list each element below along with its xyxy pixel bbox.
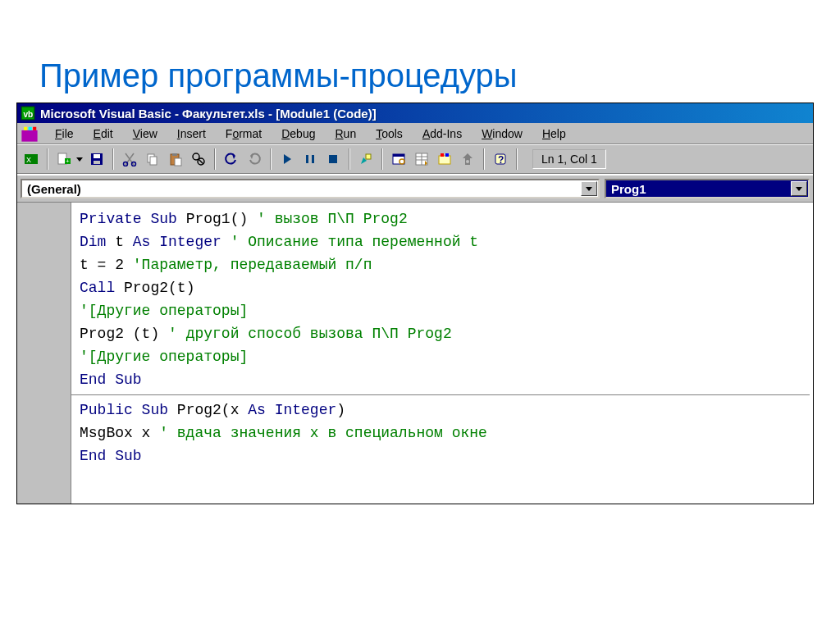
toolbar-separator [112,148,114,170]
redo-button[interactable] [244,148,265,170]
toolbar-separator [349,148,350,170]
svg-rect-36 [441,153,444,157]
code-token: '[Другие операторы] [80,349,248,365]
menubar: File Edit View Insert Format Debug Run T… [17,123,813,144]
design-mode-button[interactable] [355,148,377,170]
code-token: Call [80,280,115,296]
undo-button[interactable] [221,148,242,170]
code-token: ' вызов П\П Prog2 [257,211,408,227]
object-combo[interactable]: (General) [21,179,600,198]
code-token: ' другой способ вызова П\П Prog2 [168,326,452,342]
object-combo-caret[interactable] [581,181,597,196]
code-token: 'Параметр, передаваемый п/п [133,257,372,273]
code-token: Private Sub [80,211,177,227]
code-token: ' вдача значения x в специальном окне [159,425,487,441]
code-token: t [106,234,132,250]
run-button[interactable] [276,148,298,170]
svg-rect-17 [150,157,157,165]
toolbar-separator [483,148,485,170]
svg-rect-5 [33,126,36,130]
svg-rect-27 [366,154,371,159]
app-icon: vb [21,106,35,121]
code-selector-row: (General) Prog1 [17,174,813,202]
svg-rect-35 [439,156,450,164]
stop-button[interactable] [322,148,344,170]
svg-text:vb: vb [23,110,33,119]
menu-window[interactable]: Window [472,125,532,143]
code-token: '[Другие операторы] [80,303,248,319]
mdi-document-icon [21,125,39,143]
code-token: End Sub [80,371,142,388]
code-margin[interactable] [17,203,71,504]
svg-rect-24 [306,155,308,163]
svg-rect-4 [29,126,32,130]
cursor-position: Ln 1, Col 1 [532,149,606,169]
svg-rect-12 [94,154,100,158]
svg-rect-29 [393,154,404,157]
excel-button[interactable]: X [21,148,42,170]
code-token: ' Описание типа переменной t [231,234,478,250]
toolbar: X + ? Ln 1, Co [17,144,813,174]
procedure-separator [71,394,810,395]
window-titlebar: vb Microsoft Visual Basic - Факультет.xl… [17,103,813,123]
menu-view[interactable]: View [123,125,167,143]
toolbar-separator [270,148,272,170]
code-token: MsgBox x [80,425,159,441]
help-button[interactable]: ? [490,148,511,170]
menu-help[interactable]: Help [532,125,576,143]
code-area: Private Sub Prog1() ' вызов П\П Prog2 Di… [17,202,813,504]
code-token: As Integer [248,402,336,418]
cut-button[interactable] [119,148,140,170]
project-explorer-button[interactable] [388,148,409,170]
properties-button[interactable] [411,148,432,170]
procedure-combo[interactable]: Prog1 [605,179,810,198]
copy-button[interactable] [142,148,163,170]
svg-point-38 [466,160,469,163]
toolbar-separator [47,148,48,170]
break-button[interactable] [299,148,321,170]
object-combo-value: (General) [27,182,81,196]
code-token: As Integer [133,234,221,250]
toolbar-separator [516,148,518,170]
code-token: Prog2(x [168,402,248,418]
code-token: Prog2(t) [115,280,194,296]
save-button[interactable] [86,148,107,170]
menu-debug[interactable]: Debug [272,125,325,143]
svg-line-23 [199,159,203,164]
toolbox-button[interactable] [457,148,478,170]
svg-rect-3 [24,126,27,130]
svg-text:X: X [26,156,31,164]
svg-rect-20 [175,158,181,166]
toolbar-separator [381,148,383,170]
object-browser-button[interactable] [434,148,455,170]
code-token: Prog2 (t) [80,326,168,342]
insert-dropdown[interactable] [75,148,84,170]
svg-text:?: ? [498,154,504,166]
menu-addins[interactable]: Add-Ins [413,125,472,143]
paste-button[interactable] [165,148,186,170]
code-token: t = 2 [80,257,133,273]
vb-editor-window: vb Microsoft Visual Basic - Факультет.xl… [16,103,814,504]
insert-module-button[interactable]: + [53,148,75,170]
svg-rect-26 [329,155,337,163]
code-pane[interactable]: Private Sub Prog1() ' вызов П\П Prog2 Di… [71,203,813,504]
procedure-combo-caret[interactable] [791,181,807,196]
menu-file[interactable]: File [45,125,84,143]
slide-heading: Пример программы-процедуры [39,57,840,94]
toolbar-separator [214,148,216,170]
svg-rect-13 [94,161,100,164]
svg-text:+: + [66,157,70,165]
code-token: Public Sub [80,402,168,418]
menu-insert[interactable]: Insert [167,125,216,143]
code-token [221,234,231,250]
find-button[interactable] [188,148,209,170]
svg-rect-19 [172,153,177,156]
code-token: Prog1() [177,211,257,227]
menu-format[interactable]: Format [216,125,272,143]
menu-tools[interactable]: Tools [366,125,413,143]
svg-rect-25 [312,155,314,163]
menu-edit[interactable]: Edit [84,125,123,143]
procedure-combo-value: Prog1 [611,182,646,196]
menu-run[interactable]: Run [325,125,366,143]
code-token: ) [336,402,345,418]
